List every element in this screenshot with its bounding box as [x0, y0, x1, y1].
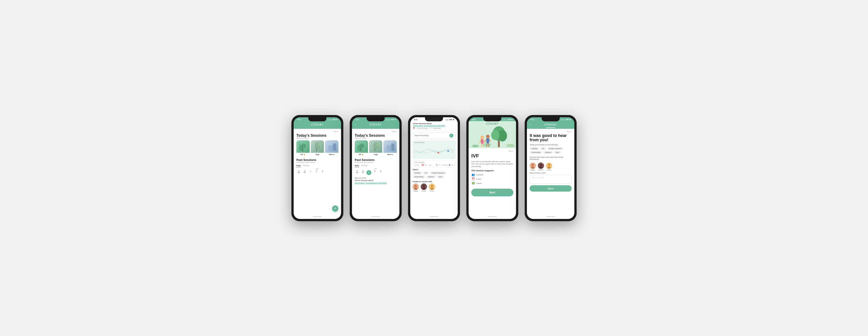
person-maggie-3[interactable]: Maggie: [412, 183, 419, 192]
cal-day-1-2[interactable]: 1: [366, 170, 371, 175]
note-label: Want to add a note?: [530, 172, 572, 174]
card-ivf-2[interactable]: IVF 🔒: [355, 140, 368, 156]
suggest-people-icon: 👥: [471, 173, 475, 176]
svg-rect-16: [387, 145, 391, 151]
avatar-maggie-3: [412, 183, 419, 190]
cal-days-2: 30 31 1 2 3: [355, 170, 397, 175]
avatar-andrea-3: [429, 183, 435, 190]
chip-ivf-5[interactable]: IVF: [540, 147, 546, 150]
fab-1[interactable]: +: [332, 205, 338, 212]
status-time-3: 9:41: [414, 119, 417, 121]
chip-distance-3[interactable]: Distance: [426, 175, 436, 178]
person-danielle-5[interactable]: Danielle: [538, 163, 544, 171]
topics-section-3: Topics Infertility IVF Fertility Treatme…: [412, 169, 456, 179]
recording-bar[interactable]: Saved Recording ›: [412, 132, 456, 139]
cal-day-3-2[interactable]: 3: [378, 170, 383, 175]
card-work-1[interactable]: Work Li: [325, 140, 338, 156]
back-arrow-5[interactable]: ‹: [530, 123, 531, 126]
logo-4: clover: [486, 122, 499, 126]
cal-day-1-1[interactable]: 1: [308, 170, 313, 173]
chip-fertility-3[interactable]: Fertility Treatment: [430, 171, 446, 174]
chip-infertility-3[interactable]: Infertility: [412, 171, 422, 174]
save-button[interactable]: Save: [530, 185, 572, 192]
ivf-title: IVF: [471, 153, 513, 159]
past-sessions-title-2: Past Sessions: [355, 158, 397, 162]
person-maggie-5[interactable]: Maggie: [530, 163, 536, 171]
cal-day-31-1[interactable]: 31: [302, 170, 307, 173]
phone3-content: Saved Recording › Mood Analysis Wo: [410, 131, 458, 214]
chip-distance-5[interactable]: Distance: [543, 151, 553, 154]
chip-infertility-5[interactable]: Infertility: [530, 147, 539, 150]
svg-point-24: [423, 185, 425, 187]
person-andrea-3[interactable]: Andrea: [429, 183, 435, 192]
svg-line-45: [487, 143, 487, 147]
tab-monthly-2[interactable]: Monthly: [361, 165, 368, 167]
person-andrea-name-3: Andrea: [430, 190, 434, 192]
mood-svg: [414, 144, 454, 157]
word-bar-anxious-pct: 41%: [425, 164, 428, 166]
session-link-text-2[interactable]: Secondary Unexplained Infertility: [355, 182, 397, 184]
cal-dots-31-2: [362, 170, 364, 171]
card-work-2[interactable]: Work Li: [383, 140, 397, 156]
status-icons-2: ▲▲▲ WiFi ▮: [385, 119, 396, 121]
svg-point-53: [540, 164, 542, 166]
back-arrow-2[interactable]: ‹: [355, 123, 356, 126]
chip-work-5[interactable]: Work: [554, 151, 561, 154]
person-danielle-name-5: Danielle: [538, 169, 544, 171]
bottom-area-1: [293, 214, 341, 219]
status-icons-1: ▲▲▲ WiFi ▮: [327, 119, 338, 121]
card-work-illus-2: [383, 140, 397, 153]
next-button[interactable]: Next: [471, 189, 513, 196]
card-yoga-1[interactable]: Yoga: [311, 140, 324, 156]
chip-ivf-3[interactable]: IVF: [423, 171, 429, 174]
svg-rect-17: [391, 143, 395, 151]
person-danielle-3[interactable]: Danielle: [421, 183, 427, 192]
session-title-3[interactable]: Secondary Unexplained Infertility: [413, 125, 455, 127]
tab-monthly-1[interactable]: Monthly: [303, 165, 309, 167]
phone1-content: May 3 Today's Sessions Made just for you: [293, 129, 341, 214]
tab-daily-1[interactable]: Daily: [296, 165, 301, 167]
svg-point-48: [506, 144, 515, 147]
person-andrea-name-5: Andrea: [547, 169, 551, 171]
tab-row-1: Daily Monthly: [296, 165, 338, 167]
battery-icon-3: ▮: [453, 119, 454, 121]
cal-day-30-2[interactable]: 30: [355, 170, 360, 175]
past-sessions-title-1: Past Sessions: [296, 158, 338, 162]
chip-work-3[interactable]: Work: [437, 175, 444, 178]
wifi-icon-3: WiFi: [449, 119, 453, 121]
chip-social-5[interactable]: Social Media: [530, 151, 542, 154]
svg-point-9: [329, 142, 332, 145]
session-cards-1: IVF 🔒: [296, 140, 338, 156]
wifi-icon-2: WiFi: [391, 119, 394, 121]
svg-point-32: [498, 130, 507, 141]
avatar-dot-danielle-5: [542, 163, 544, 164]
suggests-title: This Session Suggests:: [471, 169, 513, 172]
cal-days-1: 30 31 1 2 3: [296, 170, 338, 173]
past-sessions-subtitle-1: Review your past sessions: [296, 162, 338, 163]
chip-social-3[interactable]: Social Media: [412, 175, 425, 178]
svg-line-40: [483, 144, 484, 147]
session-date-icon: 📅: [413, 128, 415, 129]
cal-day-2-2[interactable]: 2: [372, 170, 377, 175]
person-andrea-5[interactable]: Andrea: [546, 163, 552, 171]
date-label-2: May 3: [355, 131, 397, 133]
connect-text: Connect with others who have had similar…: [530, 156, 572, 160]
card-ivf-1[interactable]: IVF 🔒: [296, 140, 310, 156]
cal-day-31-2[interactable]: 31: [361, 170, 366, 175]
people-title-3: People to connect with: [412, 180, 456, 182]
signal-icon-2: ▲▲▲: [385, 119, 390, 121]
header-underline-5: [546, 128, 555, 128]
cal-day-30-1[interactable]: 30: [296, 170, 301, 173]
card-yoga-2[interactable]: Yoga: [369, 140, 382, 156]
recording-label: Saved Recording: [414, 134, 428, 136]
avatar-maggie-5: [530, 163, 536, 169]
today-sessions-title-2: Today's Sessions: [355, 134, 397, 138]
recording-play-btn[interactable]: ›: [450, 134, 454, 138]
note-input[interactable]: Type something: [530, 175, 572, 184]
chip-fertility-5[interactable]: Fertility Treatment: [547, 147, 563, 150]
tab-daily-2[interactable]: Daily: [355, 165, 359, 167]
status-icons-5: ▲▲▲ WiFi ▮: [560, 119, 571, 121]
cal-day-3-1[interactable]: 3: [320, 170, 325, 173]
cal-day-2-1[interactable]: 2: [314, 170, 319, 173]
people-row-5: Maggie Danielle: [530, 163, 572, 171]
